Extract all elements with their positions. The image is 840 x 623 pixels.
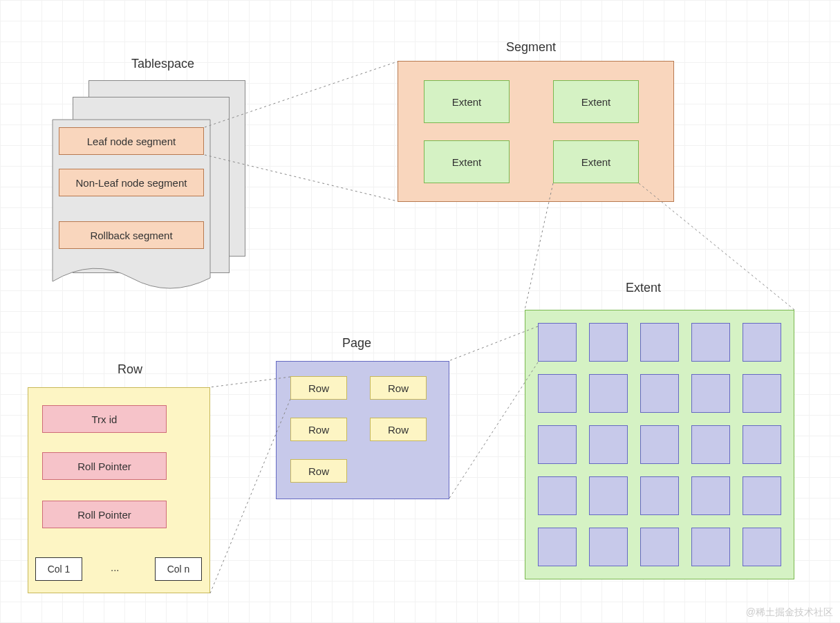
extent-page [589,323,628,362]
page-row-3: Row [290,418,347,441]
extent-page [743,528,781,566]
extent-page [743,374,781,413]
extent-page [691,374,730,413]
row-title: Row [118,362,142,377]
page-row-4: Row [370,418,427,441]
row-col-first: Col 1 [35,557,82,581]
non-leaf-node-segment: Non-Leaf node segment [59,169,204,196]
segment-extent-1: Extent [424,80,510,123]
segment-extent-3: Extent [424,140,510,183]
extent-page [743,476,781,515]
extent-page [691,323,730,362]
svg-line-3 [639,183,794,310]
extent-page [538,528,577,566]
extent-page [589,476,628,515]
segment-extent-4: Extent [553,140,639,183]
extent-page [743,323,781,362]
extent-page [743,425,781,464]
extent-title: Extent [626,281,661,295]
extent-page [640,323,679,362]
extent-page [589,528,628,566]
page-title: Page [342,336,371,351]
row-roll-pointer-1: Roll Pointer [42,452,167,480]
extent-page [589,425,628,464]
row-col-last: Col n [155,557,202,581]
segment-title: Segment [506,40,556,55]
page-row-2: Row [370,376,427,400]
extent-page [691,425,730,464]
extent-page [640,374,679,413]
watermark: @稀土掘金技术社区 [746,606,833,619]
extent-box [525,310,794,579]
extent-page [538,374,577,413]
extent-page [640,528,679,566]
extent-page [640,425,679,464]
leaf-node-segment: Leaf node segment [59,127,204,155]
page-row-5: Row [290,459,347,483]
extent-page [691,528,730,566]
tablespace-title: Tablespace [131,57,194,71]
extent-page [538,425,577,464]
extent-page [691,476,730,515]
row-col-ellipsis: ... [111,561,120,573]
row-roll-pointer-2: Roll Pointer [42,501,167,528]
row-trx-id: Trx id [42,405,167,433]
extent-page [589,374,628,413]
extent-page [640,476,679,515]
page-row-1: Row [290,376,347,400]
rollback-segment: Rollback segment [59,221,204,249]
svg-line-2 [525,183,553,310]
extent-page [538,476,577,515]
extent-page [538,323,577,362]
segment-extent-2: Extent [553,80,639,123]
